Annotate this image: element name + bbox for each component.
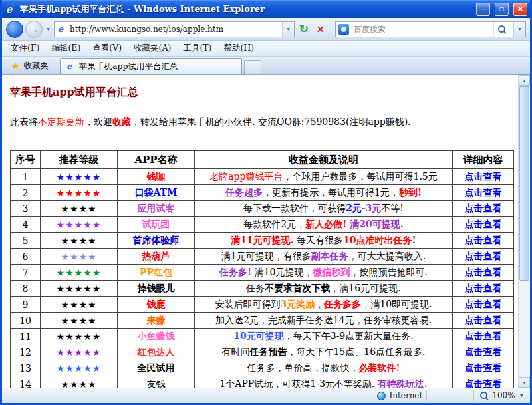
menu-favorites[interactable]: 收藏夹(A) xyxy=(128,41,177,56)
menu-edit[interactable]: 编辑(E) xyxy=(45,41,86,56)
detail-cell: 点击查看 xyxy=(453,169,514,185)
refresh-icon: ↻ xyxy=(299,22,309,36)
column-header-rating: 推荐等级 xyxy=(41,151,118,169)
description-cell: 有时间任务预告，每天下午15点、16点任务最多. xyxy=(195,344,453,360)
detail-link[interactable]: 点击查看 xyxy=(465,219,502,229)
detail-link[interactable]: 点击查看 xyxy=(465,362,502,373)
text-segment: 满10元提现， xyxy=(251,267,313,277)
text-segment: 加入送2元，完成新手任务送14元，任务审核更容易. xyxy=(215,315,432,325)
browser-window: e 苹果手机app试用平台汇总 - Windows Internet Explo… xyxy=(0,0,532,405)
app-table: 序号 推荐等级 APP名称 收益金额及说明 详细内容 1★★★★★钱咖老牌app… xyxy=(10,150,514,388)
app-name-cell: 口袋ATM xyxy=(118,185,195,201)
table-row: 10★★★★来赚加入送2元，完成新手任务送14元，任务审核更容易.点击查看 xyxy=(11,313,514,329)
detail-cell: 点击查看 xyxy=(453,249,514,265)
text-segment: 任务超多 xyxy=(225,187,263,198)
refresh-button[interactable]: ↻ xyxy=(297,21,311,37)
rating-cell: ★★★★ xyxy=(41,313,118,329)
web-page: 苹果手机app试用平台汇总 此表将不定期更新，欢迎收藏，转发给用苹果手机的小伙伴… xyxy=(2,75,518,388)
close-button[interactable]: ✕ xyxy=(513,3,527,16)
row-number-cell: 3 xyxy=(11,201,41,217)
detail-link[interactable]: 点击查看 xyxy=(465,267,502,277)
text-segment: 任务多! xyxy=(219,267,251,277)
detail-cell: 点击查看 xyxy=(453,297,514,313)
back-button[interactable]: ← xyxy=(6,21,23,38)
description-cell: 每款软件2元，新人必做! 满20可提现. xyxy=(195,217,453,233)
address-bar[interactable]: e ▼ xyxy=(54,21,295,37)
text-segment: ，按照预告抢即可. xyxy=(350,267,427,277)
detail-cell: 点击查看 xyxy=(453,329,514,344)
text-segment: ，欢迎 xyxy=(84,116,112,127)
rating-cell: ★★★★★ xyxy=(41,329,118,344)
search-button[interactable] xyxy=(493,22,510,37)
column-header-desc: 收益金额及说明 xyxy=(195,151,453,169)
rating-cell: ★★★★★ xyxy=(41,217,118,233)
rating-cell: ★★★★★ xyxy=(41,281,118,297)
recent-pages-dropdown-icon[interactable]: ▼ xyxy=(45,27,52,31)
scrollbar-track[interactable] xyxy=(519,281,530,377)
detail-link[interactable]: 点击查看 xyxy=(465,378,502,388)
menu-help[interactable]: 帮助(H) xyxy=(217,41,260,56)
tab-active[interactable]: e 苹果手机app试用平台汇总 xyxy=(60,58,242,74)
url-input[interactable] xyxy=(70,23,279,36)
detail-link[interactable]: 点击查看 xyxy=(465,283,502,293)
search-options-dropdown-icon[interactable]: ▼ xyxy=(513,22,525,37)
text-segment: ，可大大提高收入. xyxy=(348,251,426,261)
text-segment: 10点准时出任务! xyxy=(343,235,416,245)
detail-link[interactable]: 点击查看 xyxy=(465,315,502,325)
vertical-scrollbar[interactable]: ▲ ▼ xyxy=(518,75,530,388)
detail-link[interactable]: 点击查看 xyxy=(465,203,502,213)
detail-link[interactable]: 点击查看 xyxy=(465,299,502,309)
star-rating: ★★★★★ xyxy=(57,267,102,278)
new-tab-button[interactable] xyxy=(244,60,261,74)
detail-link[interactable]: 点击查看 xyxy=(465,251,502,261)
table-row: 8★★★★★掉钱眼儿任务不要求首次下载，满16元可提现.点击查看 xyxy=(11,281,514,297)
text-segment: 1个APP试玩，可获得1-3元不等奖励. xyxy=(219,378,377,388)
search-box[interactable]: ▼ xyxy=(335,21,526,37)
zoom-control[interactable]: 100% ▼ xyxy=(473,390,525,401)
forward-button[interactable]: → xyxy=(25,21,43,38)
detail-link[interactable]: 点击查看 xyxy=(465,171,502,182)
minimize-button[interactable]: ─ xyxy=(476,3,490,16)
app-name-cell: 首席体验师 xyxy=(118,233,195,249)
menu-file[interactable]: 文件(F) xyxy=(5,41,45,56)
text-segment: 满11元可提现. xyxy=(231,235,293,245)
app-name-cell: 试玩团 xyxy=(118,217,195,233)
row-number-cell: 10 xyxy=(11,313,41,329)
tab-title: 苹果手机app试用平台汇总 xyxy=(79,61,178,72)
favorites-button[interactable]: ★ 收藏夹 xyxy=(3,58,57,74)
address-dropdown-icon[interactable]: ▼ xyxy=(282,22,294,37)
content-area: 苹果手机app试用平台汇总 此表将不定期更新，欢迎收藏，转发给用苹果手机的小伙伴… xyxy=(2,75,530,388)
menu-view[interactable]: 查看(V) xyxy=(86,41,128,56)
scroll-down-icon[interactable]: ▼ xyxy=(519,377,530,388)
tab-favicon-icon: e xyxy=(66,62,75,71)
search-input[interactable] xyxy=(352,24,490,35)
description-cell: 任务超多，更新有提示，每试用可得1元，秒到! xyxy=(195,185,453,201)
text-segment: 微信秒到 xyxy=(313,267,350,277)
ie-logo-icon: e xyxy=(6,4,17,15)
search-provider-icon xyxy=(338,24,349,35)
table-row: 2★★★★★口袋ATM任务超多，更新有提示，每试用可得1元，秒到!点击查看 xyxy=(11,185,514,201)
detail-link[interactable]: 点击查看 xyxy=(465,331,502,341)
description-cell: 任务不要求首次下载，满16元可提现. xyxy=(195,281,453,297)
detail-cell: 点击查看 xyxy=(453,313,514,329)
detail-link[interactable]: 点击查看 xyxy=(465,235,502,245)
navigation-toolbar: ← → ▼ e ▼ ↻ ✕ ▼ xyxy=(2,18,530,41)
zoom-dropdown-icon[interactable]: ▼ xyxy=(519,393,525,398)
scroll-up-icon[interactable]: ▲ xyxy=(519,75,530,86)
table-row: 7★★★★★PP红包任务多! 满10元提现，微信秒到，按照预告抢即可.点击查看 xyxy=(11,265,514,281)
app-name-cell: 钱咖 xyxy=(118,169,195,185)
menu-tools[interactable]: 工具(T) xyxy=(177,41,217,56)
stop-button[interactable]: ✕ xyxy=(313,21,328,37)
internet-zone-label: Internet xyxy=(390,391,423,400)
description-cell: 老牌app赚钱平台，全球用户数最多，每试用可得1.5元 xyxy=(195,169,453,185)
maximize-button[interactable]: □ xyxy=(495,3,509,16)
detail-link[interactable]: 点击查看 xyxy=(465,346,502,357)
scrollbar-thumb[interactable] xyxy=(519,86,529,281)
table-row: 6★★★★热葫芦满1元可提现，有很多副本任务，可大大提高收入.点击查看 xyxy=(11,249,514,265)
star-rating: ★★★★ xyxy=(61,251,96,262)
star-rating: ★★★★ xyxy=(61,203,96,214)
favorites-label: 收藏夹 xyxy=(24,61,49,72)
text-segment: 此表将 xyxy=(10,116,38,127)
detail-link[interactable]: 点击查看 xyxy=(465,187,502,198)
star-rating: ★★★★★ xyxy=(57,219,102,230)
